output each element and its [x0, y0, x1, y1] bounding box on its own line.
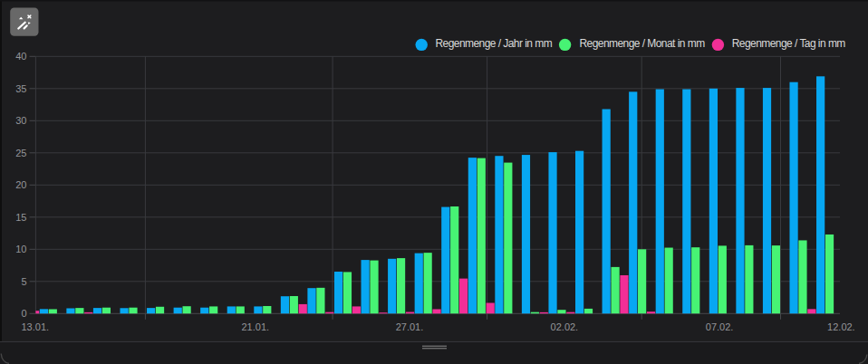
svg-text:35: 35: [15, 83, 26, 94]
svg-text:07.02.: 07.02.: [706, 321, 734, 332]
svg-text:Regenmenge / Monat in mm: Regenmenge / Monat in mm: [579, 37, 705, 50]
svg-text:30: 30: [15, 115, 26, 126]
svg-text:12.02.: 12.02.: [827, 321, 855, 332]
svg-text:0: 0: [21, 308, 26, 319]
svg-text:27.01.: 27.01.: [396, 321, 424, 332]
svg-text:21.01.: 21.01.: [242, 321, 270, 332]
svg-text:13.01.: 13.01.: [22, 321, 50, 332]
svg-text:20: 20: [15, 179, 26, 190]
svg-text:10: 10: [15, 244, 26, 254]
svg-text:5: 5: [21, 276, 26, 287]
svg-text:15: 15: [15, 212, 26, 223]
svg-text:25: 25: [15, 148, 26, 158]
svg-text:Regenmenge / Tag in mm: Regenmenge / Tag in mm: [732, 37, 846, 50]
svg-text:02.02.: 02.02.: [551, 321, 579, 332]
svg-text:Regenmenge / Jahr in mm: Regenmenge / Jahr in mm: [435, 37, 552, 50]
svg-text:40: 40: [15, 51, 26, 62]
